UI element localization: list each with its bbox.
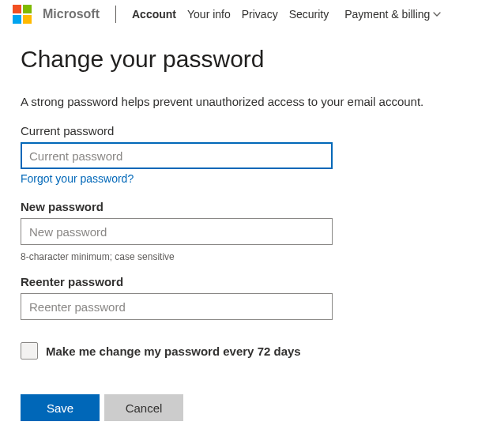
current-password-label: Current password <box>21 124 457 137</box>
button-row: Save Cancel <box>21 394 457 421</box>
microsoft-logo-icon <box>13 5 32 24</box>
forgot-password-link[interactable]: Forgot your password? <box>21 172 134 185</box>
new-password-label: New password <box>21 200 457 213</box>
top-nav: Microsoft Account Your info Privacy Secu… <box>0 5 478 28</box>
nav-your-info[interactable]: Your info <box>187 8 231 21</box>
nav-payment-billing-label: Payment & billing <box>344 8 430 21</box>
chevron-down-icon <box>433 12 441 17</box>
cancel-button[interactable]: Cancel <box>104 394 183 421</box>
reenter-password-label: Reenter password <box>21 275 457 288</box>
reenter-password-input[interactable] <box>21 293 333 320</box>
rotate-password-checkbox[interactable] <box>21 342 38 360</box>
nav-payment-billing[interactable]: Payment & billing <box>344 8 441 21</box>
new-password-block: New password 8-character minimum; case s… <box>21 200 457 262</box>
password-hint: 8-character minimum; case sensitive <box>21 251 457 262</box>
new-password-input[interactable] <box>21 218 333 245</box>
brand-label: Microsoft <box>43 7 100 21</box>
rotate-password-row: Make me change my password every 72 days <box>21 342 457 360</box>
help-text: A strong password helps prevent unauthor… <box>21 95 457 108</box>
nav-security[interactable]: Security <box>289 8 329 21</box>
nav-privacy[interactable]: Privacy <box>242 8 278 21</box>
current-password-input[interactable] <box>21 142 333 169</box>
save-button[interactable]: Save <box>21 394 100 421</box>
current-password-block: Current password Forgot your password? <box>21 124 457 186</box>
nav-separator <box>115 6 116 23</box>
page-title: Change your password <box>21 46 457 73</box>
nav-account[interactable]: Account <box>132 8 176 21</box>
rotate-password-label: Make me change my password every 72 days <box>46 344 301 358</box>
reenter-password-block: Reenter password <box>21 275 457 320</box>
page-content: Change your password A strong password h… <box>0 28 478 421</box>
